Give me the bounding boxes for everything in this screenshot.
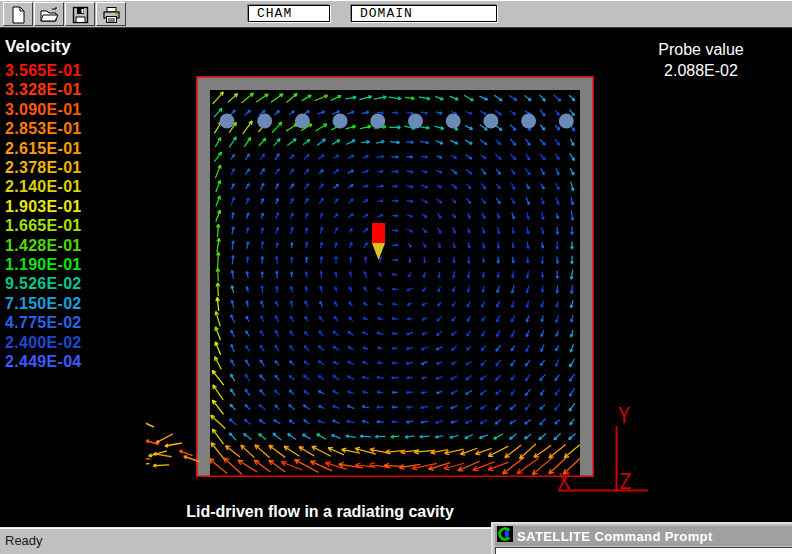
legend-title: Velocity <box>5 37 82 57</box>
legend-value: 1.428E-01 <box>5 236 82 255</box>
new-file-button[interactable] <box>3 2 33 26</box>
probe-value: 2.088E-02 <box>640 60 762 81</box>
axis-label-y: Y <box>618 404 631 428</box>
satellite-titlebar[interactable]: SATELLITE Command Prompt <box>495 526 792 546</box>
probe-label: Probe value <box>640 39 762 60</box>
save-file-button[interactable] <box>65 2 95 26</box>
satellite-prompt-area[interactable] <box>495 547 792 554</box>
legend-value: 2.140E-01 <box>5 177 82 196</box>
probe-readout: Probe value 2.088E-02 <box>640 39 762 81</box>
legend-value: 1.903E-01 <box>5 197 82 216</box>
open-file-button[interactable] <box>34 2 64 26</box>
legend-value: 3.565E-01 <box>5 61 82 80</box>
print-button[interactable] <box>96 2 126 26</box>
legend-value: 1.190E-01 <box>5 255 82 274</box>
new-document-icon <box>4 5 32 25</box>
legend-value: 3.328E-01 <box>5 80 82 99</box>
printer-icon <box>97 5 125 25</box>
cham-field[interactable] <box>248 5 330 22</box>
satellite-window-title: SATELLITE Command Prompt <box>517 529 713 544</box>
toolbar <box>0 0 792 28</box>
legend-value: 1.665E-01 <box>5 216 82 235</box>
domain-field[interactable] <box>351 5 497 22</box>
flow-canvas[interactable] <box>146 76 595 477</box>
legend-value: 9.526E-02 <box>5 274 82 293</box>
legend-value: 2.615E-01 <box>5 139 82 158</box>
plot-caption: Lid-driven flow in a radiating cavity <box>100 503 540 521</box>
status-text: Ready <box>5 533 43 548</box>
satellite-command-window: SATELLITE Command Prompt <box>491 522 792 554</box>
velocity-legend: Velocity 3.565E-013.328E-013.090E-012.85… <box>5 37 82 372</box>
legend-value: 7.150E-02 <box>5 294 82 313</box>
axis-label-x: X <box>558 470 571 494</box>
legend-value: 2.400E-02 <box>5 333 82 352</box>
satellite-swirl-icon[interactable] <box>497 526 513 546</box>
legend-value: 4.775E-02 <box>5 313 82 332</box>
axis-label-z: Z <box>619 470 632 494</box>
legend-value: 2.449E-04 <box>5 352 82 371</box>
legend-value: 3.090E-01 <box>5 100 82 119</box>
application-window: Velocity 3.565E-013.328E-013.090E-012.85… <box>0 0 792 554</box>
legend-value: 2.853E-01 <box>5 119 82 138</box>
axis-triad: Y Z X <box>550 400 660 500</box>
legend-value: 2.378E-01 <box>5 158 82 177</box>
legend-items: 3.565E-013.328E-013.090E-012.853E-012.61… <box>5 61 82 372</box>
open-folder-icon <box>35 5 63 25</box>
save-floppy-icon <box>66 5 94 25</box>
